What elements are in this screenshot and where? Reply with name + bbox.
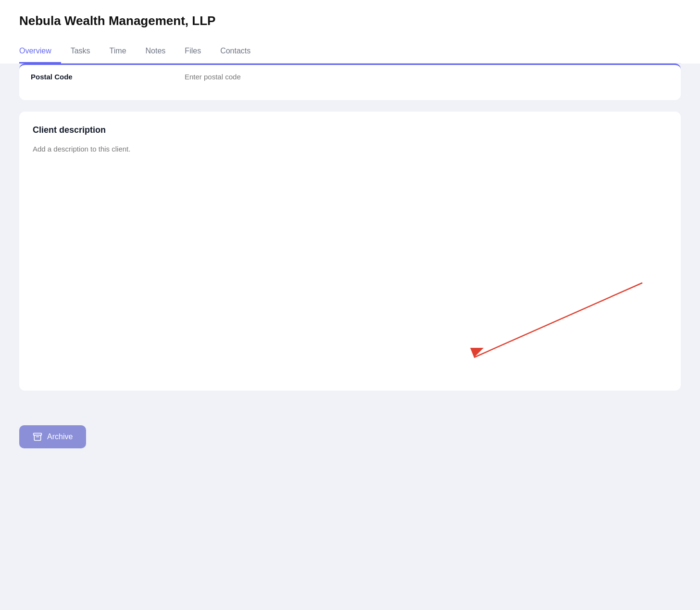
postal-code-input[interactable] xyxy=(185,73,669,81)
tab-tasks[interactable]: Tasks xyxy=(61,40,100,64)
postal-code-label: Postal Code xyxy=(31,73,185,81)
tab-navigation: Overview Tasks Time Notes Files Contacts xyxy=(19,40,681,64)
tab-time[interactable]: Time xyxy=(100,40,136,64)
page-container: Nebula Wealth Management, LLP Overview T… xyxy=(0,0,700,468)
tab-contacts[interactable]: Contacts xyxy=(211,40,260,64)
description-textarea[interactable] xyxy=(33,145,667,366)
svg-rect-2 xyxy=(34,433,42,435)
tab-notes[interactable]: Notes xyxy=(136,40,175,64)
description-card: Client description xyxy=(19,112,681,391)
content-area: Postal Code Client description xyxy=(0,64,700,425)
postal-code-card: Postal Code xyxy=(19,64,681,100)
archive-button-label: Archive xyxy=(47,432,73,441)
tab-files[interactable]: Files xyxy=(175,40,211,64)
page-title: Nebula Wealth Management, LLP xyxy=(19,13,681,28)
bottom-actions: Archive xyxy=(0,425,700,468)
postal-code-row: Postal Code xyxy=(31,65,669,89)
tab-overview[interactable]: Overview xyxy=(19,40,61,64)
archive-icon xyxy=(33,432,42,442)
archive-button[interactable]: Archive xyxy=(19,425,86,448)
description-title: Client description xyxy=(33,125,667,135)
header-section: Nebula Wealth Management, LLP Overview T… xyxy=(0,0,700,64)
